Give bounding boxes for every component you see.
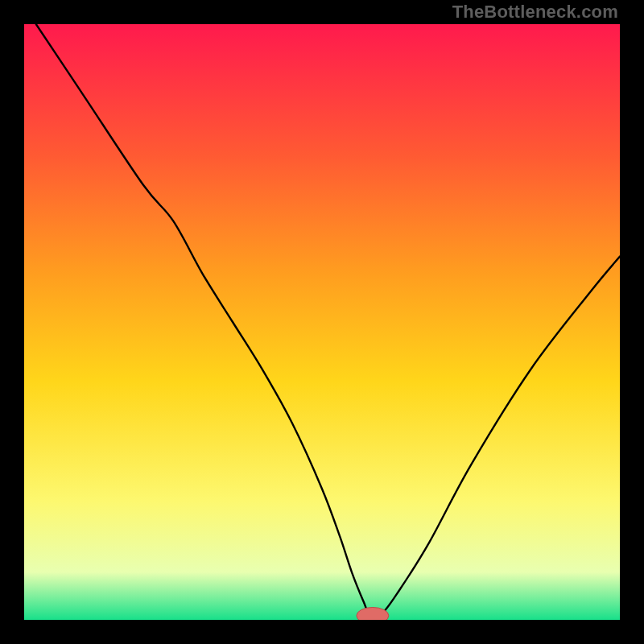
- gradient-background: [24, 24, 620, 620]
- chart-frame: TheBottleneck.com: [0, 0, 644, 644]
- chart-svg: [24, 24, 620, 620]
- plot-area: [24, 24, 620, 620]
- watermark-text: TheBottleneck.com: [452, 2, 618, 23]
